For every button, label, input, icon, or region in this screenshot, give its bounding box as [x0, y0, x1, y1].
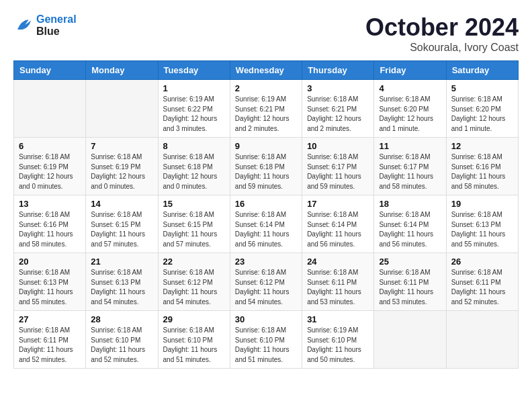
day-number: 30 — [235, 314, 297, 324]
calendar-cell: 2Sunrise: 6:19 AMSunset: 6:21 PMDaylight… — [230, 80, 302, 138]
day-number: 17 — [307, 199, 369, 209]
day-info: Sunrise: 6:18 AMSunset: 6:13 PMDaylight:… — [19, 268, 81, 307]
day-info: Sunrise: 6:19 AMSunset: 6:10 PMDaylight:… — [307, 326, 369, 365]
calendar-cell: 19Sunrise: 6:18 AMSunset: 6:13 PMDayligh… — [446, 195, 518, 253]
day-info: Sunrise: 6:19 AMSunset: 6:21 PMDaylight:… — [235, 95, 297, 134]
day-info: Sunrise: 6:18 AMSunset: 6:10 PMDaylight:… — [163, 326, 225, 365]
calendar-cell — [446, 311, 518, 369]
day-info: Sunrise: 6:18 AMSunset: 6:16 PMDaylight:… — [451, 152, 513, 191]
calendar-cell — [14, 80, 86, 138]
day-number: 20 — [19, 257, 81, 267]
day-info: Sunrise: 6:18 AMSunset: 6:11 PMDaylight:… — [379, 268, 441, 307]
day-number: 18 — [379, 199, 441, 209]
day-number: 5 — [451, 83, 513, 93]
day-info: Sunrise: 6:18 AMSunset: 6:18 PMDaylight:… — [235, 152, 297, 191]
calendar-cell: 27Sunrise: 6:18 AMSunset: 6:11 PMDayligh… — [14, 311, 86, 369]
day-number: 22 — [163, 257, 225, 267]
page-header: General Blue October 2024 Sokourala, Ivo… — [13, 13, 519, 54]
day-number: 6 — [19, 141, 81, 151]
calendar-cell: 23Sunrise: 6:18 AMSunset: 6:12 PMDayligh… — [230, 253, 302, 311]
calendar-cell: 4Sunrise: 6:18 AMSunset: 6:20 PMDaylight… — [374, 80, 446, 138]
day-info: Sunrise: 6:18 AMSunset: 6:13 PMDaylight:… — [451, 210, 513, 249]
day-number: 15 — [163, 199, 225, 209]
day-info: Sunrise: 6:18 AMSunset: 6:11 PMDaylight:… — [451, 268, 513, 307]
day-number: 10 — [307, 141, 369, 151]
day-number: 4 — [379, 83, 441, 93]
day-number: 21 — [91, 257, 152, 267]
day-number: 7 — [91, 141, 152, 151]
month-title: October 2024 — [365, 13, 519, 42]
calendar-cell: 7Sunrise: 6:18 AMSunset: 6:19 PMDaylight… — [86, 138, 158, 195]
weekday-header-sunday: Sunday — [14, 61, 86, 80]
day-info: Sunrise: 6:18 AMSunset: 6:15 PMDaylight:… — [91, 210, 152, 249]
calendar-week-row: 13Sunrise: 6:18 AMSunset: 6:16 PMDayligh… — [14, 195, 519, 253]
day-info: Sunrise: 6:18 AMSunset: 6:11 PMDaylight:… — [19, 326, 81, 365]
logo-icon — [13, 15, 34, 36]
day-info: Sunrise: 6:18 AMSunset: 6:10 PMDaylight:… — [235, 326, 297, 365]
day-info: Sunrise: 6:18 AMSunset: 6:15 PMDaylight:… — [163, 210, 225, 249]
day-number: 13 — [19, 199, 81, 209]
calendar-cell: 5Sunrise: 6:18 AMSunset: 6:20 PMDaylight… — [446, 80, 518, 138]
day-number: 9 — [235, 141, 297, 151]
calendar-cell: 20Sunrise: 6:18 AMSunset: 6:13 PMDayligh… — [14, 253, 86, 311]
calendar-cell — [86, 80, 158, 138]
weekday-header-wednesday: Wednesday — [230, 61, 302, 80]
day-info: Sunrise: 6:18 AMSunset: 6:20 PMDaylight:… — [451, 95, 513, 134]
weekday-header-monday: Monday — [86, 61, 158, 80]
day-number: 19 — [451, 199, 513, 209]
calendar-table: SundayMondayTuesdayWednesdayThursdayFrid… — [13, 60, 519, 369]
calendar-cell: 12Sunrise: 6:18 AMSunset: 6:16 PMDayligh… — [446, 138, 518, 195]
calendar-cell: 14Sunrise: 6:18 AMSunset: 6:15 PMDayligh… — [86, 195, 158, 253]
calendar-cell: 9Sunrise: 6:18 AMSunset: 6:18 PMDaylight… — [230, 138, 302, 195]
day-info: Sunrise: 6:18 AMSunset: 6:12 PMDaylight:… — [235, 268, 297, 307]
calendar-cell: 16Sunrise: 6:18 AMSunset: 6:14 PMDayligh… — [230, 195, 302, 253]
day-number: 8 — [163, 141, 225, 151]
day-number: 28 — [91, 314, 152, 324]
calendar-cell: 31Sunrise: 6:19 AMSunset: 6:10 PMDayligh… — [302, 311, 374, 369]
calendar-cell: 22Sunrise: 6:18 AMSunset: 6:12 PMDayligh… — [158, 253, 230, 311]
weekday-header-tuesday: Tuesday — [158, 61, 230, 80]
day-info: Sunrise: 6:18 AMSunset: 6:18 PMDaylight:… — [163, 152, 225, 191]
calendar-cell: 28Sunrise: 6:18 AMSunset: 6:10 PMDayligh… — [86, 311, 158, 369]
calendar-cell: 18Sunrise: 6:18 AMSunset: 6:14 PMDayligh… — [374, 195, 446, 253]
day-number: 11 — [379, 141, 441, 151]
calendar-cell: 1Sunrise: 6:19 AMSunset: 6:22 PMDaylight… — [158, 80, 230, 138]
calendar-cell: 29Sunrise: 6:18 AMSunset: 6:10 PMDayligh… — [158, 311, 230, 369]
day-info: Sunrise: 6:18 AMSunset: 6:12 PMDaylight:… — [163, 268, 225, 307]
calendar-week-row: 20Sunrise: 6:18 AMSunset: 6:13 PMDayligh… — [14, 253, 519, 311]
day-number: 29 — [163, 314, 225, 324]
calendar-week-row: 27Sunrise: 6:18 AMSunset: 6:11 PMDayligh… — [14, 311, 519, 369]
day-info: Sunrise: 6:18 AMSunset: 6:11 PMDaylight:… — [307, 268, 369, 307]
day-info: Sunrise: 6:18 AMSunset: 6:17 PMDaylight:… — [307, 152, 369, 191]
day-number: 2 — [235, 83, 297, 93]
calendar-cell: 30Sunrise: 6:18 AMSunset: 6:10 PMDayligh… — [230, 311, 302, 369]
calendar-cell: 3Sunrise: 6:18 AMSunset: 6:21 PMDaylight… — [302, 80, 374, 138]
day-number: 31 — [307, 314, 369, 324]
day-info: Sunrise: 6:18 AMSunset: 6:13 PMDaylight:… — [91, 268, 152, 307]
calendar-cell: 8Sunrise: 6:18 AMSunset: 6:18 PMDaylight… — [158, 138, 230, 195]
day-info: Sunrise: 6:18 AMSunset: 6:17 PMDaylight:… — [379, 152, 441, 191]
weekday-header-saturday: Saturday — [446, 61, 518, 80]
day-info: Sunrise: 6:19 AMSunset: 6:22 PMDaylight:… — [163, 95, 225, 134]
day-number: 14 — [91, 199, 152, 209]
location-title: Sokourala, Ivory Coast — [365, 42, 519, 54]
day-number: 23 — [235, 257, 297, 267]
day-number: 26 — [451, 257, 513, 267]
calendar-cell: 26Sunrise: 6:18 AMSunset: 6:11 PMDayligh… — [446, 253, 518, 311]
calendar-cell: 6Sunrise: 6:18 AMSunset: 6:19 PMDaylight… — [14, 138, 86, 195]
day-number: 25 — [379, 257, 441, 267]
day-number: 24 — [307, 257, 369, 267]
calendar-cell: 17Sunrise: 6:18 AMSunset: 6:14 PMDayligh… — [302, 195, 374, 253]
logo: General Blue — [13, 13, 77, 37]
day-info: Sunrise: 6:18 AMSunset: 6:14 PMDaylight:… — [307, 210, 369, 249]
calendar-cell: 11Sunrise: 6:18 AMSunset: 6:17 PMDayligh… — [374, 138, 446, 195]
weekday-header-thursday: Thursday — [302, 61, 374, 80]
calendar-cell: 13Sunrise: 6:18 AMSunset: 6:16 PMDayligh… — [14, 195, 86, 253]
day-info: Sunrise: 6:18 AMSunset: 6:10 PMDaylight:… — [91, 326, 152, 365]
day-number: 12 — [451, 141, 513, 151]
day-number: 16 — [235, 199, 297, 209]
calendar-cell: 15Sunrise: 6:18 AMSunset: 6:15 PMDayligh… — [158, 195, 230, 253]
day-info: Sunrise: 6:18 AMSunset: 6:19 PMDaylight:… — [91, 152, 152, 191]
day-info: Sunrise: 6:18 AMSunset: 6:19 PMDaylight:… — [19, 152, 81, 191]
day-number: 1 — [163, 83, 225, 93]
